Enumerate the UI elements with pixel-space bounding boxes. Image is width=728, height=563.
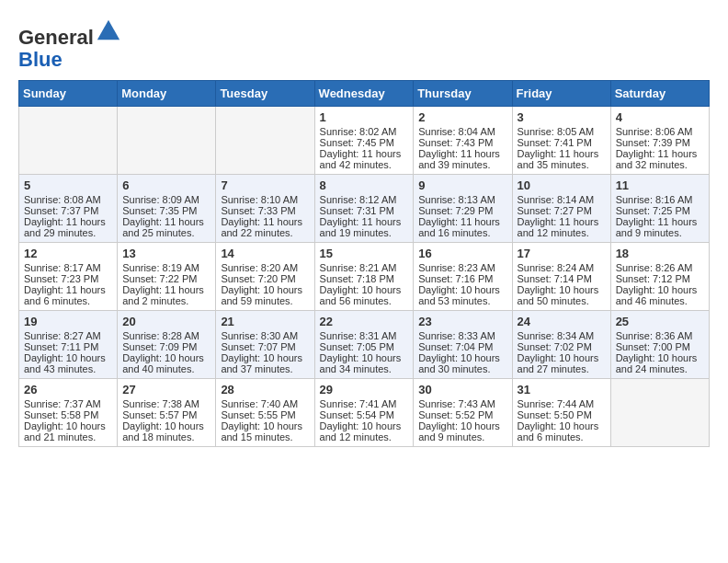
day-info: Sunrise: 8:04 AM — [418, 126, 506, 137]
day-info: Sunrise: 8:17 AM — [24, 262, 112, 273]
day-number: 29 — [320, 383, 409, 396]
day-info: Sunrise: 8:19 AM — [122, 262, 210, 273]
day-info: Daylight: 11 hours and 16 minutes. — [418, 216, 506, 238]
day-info: Daylight: 10 hours and 37 minutes. — [221, 352, 309, 374]
day-number: 8 — [320, 178, 409, 192]
day-info: Sunrise: 7:40 AM — [221, 398, 309, 409]
day-info: Sunrise: 8:36 AM — [616, 330, 704, 341]
calendar-cell — [216, 107, 314, 175]
day-number: 17 — [518, 247, 606, 260]
day-info: Sunset: 7:16 PM — [418, 273, 506, 284]
calendar-week-5: 26Sunrise: 7:37 AMSunset: 5:58 PMDayligh… — [19, 379, 710, 447]
day-info: Sunrise: 8:26 AM — [616, 262, 704, 273]
day-info: Sunset: 7:27 PM — [518, 205, 606, 216]
day-info: Sunset: 7:12 PM — [616, 273, 704, 284]
calendar-body: 1Sunrise: 8:02 AMSunset: 7:45 PMDaylight… — [19, 107, 710, 447]
calendar-week-2: 5Sunrise: 8:08 AMSunset: 7:37 PMDaylight… — [19, 175, 710, 243]
day-info: Daylight: 10 hours and 9 minutes. — [418, 420, 506, 442]
calendar-cell: 26Sunrise: 7:37 AMSunset: 5:58 PMDayligh… — [19, 379, 118, 447]
calendar-cell: 15Sunrise: 8:21 AMSunset: 7:18 PMDayligh… — [314, 243, 414, 311]
day-info: Sunset: 7:11 PM — [24, 341, 112, 352]
day-info: Daylight: 11 hours and 32 minutes. — [616, 148, 704, 170]
day-info: Sunrise: 8:30 AM — [221, 330, 309, 341]
day-info: Sunset: 5:50 PM — [518, 409, 606, 420]
day-info: Sunrise: 8:31 AM — [320, 330, 409, 341]
day-info: Daylight: 10 hours and 15 minutes. — [221, 420, 309, 442]
day-info: Sunset: 7:31 PM — [320, 205, 409, 216]
day-info: Daylight: 10 hours and 59 minutes. — [221, 284, 309, 306]
weekday-header-row: SundayMondayTuesdayWednesdayThursdayFrid… — [19, 81, 710, 107]
day-info: Sunrise: 7:43 AM — [418, 398, 506, 409]
day-info: Sunset: 7:25 PM — [616, 205, 704, 216]
day-number: 19 — [24, 315, 112, 328]
calendar-cell: 3Sunrise: 8:05 AMSunset: 7:41 PMDaylight… — [512, 107, 610, 175]
calendar-cell: 30Sunrise: 7:43 AMSunset: 5:52 PMDayligh… — [414, 379, 512, 447]
day-info: Sunset: 7:39 PM — [616, 137, 704, 148]
weekday-friday: Friday — [512, 81, 610, 107]
day-info: Sunrise: 8:20 AM — [221, 262, 309, 273]
day-info: Daylight: 10 hours and 24 minutes. — [616, 352, 704, 374]
calendar-cell: 29Sunrise: 7:41 AMSunset: 5:54 PMDayligh… — [314, 379, 414, 447]
day-info: Sunrise: 7:41 AM — [320, 398, 409, 409]
day-info: Sunset: 7:37 PM — [24, 205, 112, 216]
day-info: Sunset: 7:02 PM — [518, 341, 606, 352]
weekday-wednesday: Wednesday — [314, 81, 414, 107]
day-info: Sunset: 5:52 PM — [418, 409, 506, 420]
weekday-saturday: Saturday — [610, 81, 709, 107]
calendar-cell: 24Sunrise: 8:34 AMSunset: 7:02 PMDayligh… — [512, 311, 610, 379]
day-info: Daylight: 10 hours and 21 minutes. — [24, 420, 112, 442]
day-number: 1 — [320, 110, 409, 124]
calendar-week-1: 1Sunrise: 8:02 AMSunset: 7:45 PMDaylight… — [19, 107, 710, 175]
weekday-thursday: Thursday — [414, 81, 512, 107]
day-number: 11 — [616, 178, 704, 192]
day-info: Sunrise: 8:27 AM — [24, 330, 112, 341]
day-info: Sunset: 7:45 PM — [320, 137, 409, 148]
day-number: 15 — [320, 247, 409, 260]
calendar-cell: 7Sunrise: 8:10 AMSunset: 7:33 PMDaylight… — [216, 175, 314, 243]
day-info: Daylight: 11 hours and 6 minutes. — [24, 284, 112, 306]
day-info: Daylight: 10 hours and 6 minutes. — [518, 420, 606, 442]
day-info: Sunrise: 8:23 AM — [418, 262, 506, 273]
calendar-cell: 17Sunrise: 8:24 AMSunset: 7:14 PMDayligh… — [512, 243, 610, 311]
calendar-cell: 25Sunrise: 8:36 AMSunset: 7:00 PMDayligh… — [610, 311, 709, 379]
day-number: 22 — [320, 315, 409, 328]
day-number: 27 — [122, 383, 210, 396]
day-info: Sunrise: 8:34 AM — [518, 330, 606, 341]
day-info: Daylight: 10 hours and 53 minutes. — [418, 284, 506, 306]
day-number: 26 — [24, 383, 112, 396]
day-number: 6 — [122, 178, 210, 192]
calendar-cell: 31Sunrise: 7:44 AMSunset: 5:50 PMDayligh… — [512, 379, 610, 447]
day-info: Sunrise: 8:09 AM — [122, 194, 210, 205]
day-number: 23 — [418, 315, 506, 328]
day-info: Sunset: 5:54 PM — [320, 409, 409, 420]
day-info: Sunrise: 7:44 AM — [518, 398, 606, 409]
day-number: 25 — [616, 315, 704, 328]
day-info: Sunrise: 8:24 AM — [518, 262, 606, 273]
calendar-cell: 16Sunrise: 8:23 AMSunset: 7:16 PMDayligh… — [414, 243, 512, 311]
weekday-monday: Monday — [118, 81, 216, 107]
day-info: Sunrise: 8:05 AM — [518, 126, 606, 137]
day-info: Sunset: 7:14 PM — [518, 273, 606, 284]
day-info: Daylight: 11 hours and 39 minutes. — [418, 148, 506, 170]
day-info: Sunrise: 8:08 AM — [24, 194, 112, 205]
day-info: Sunrise: 8:21 AM — [320, 262, 409, 273]
calendar-cell: 20Sunrise: 8:28 AMSunset: 7:09 PMDayligh… — [118, 311, 216, 379]
day-info: Daylight: 11 hours and 42 minutes. — [320, 148, 409, 170]
day-info: Sunrise: 8:16 AM — [616, 194, 704, 205]
logo: General Blue — [18, 18, 121, 71]
day-info: Sunset: 7:18 PM — [320, 273, 409, 284]
day-info: Daylight: 10 hours and 18 minutes. — [122, 420, 210, 442]
day-info: Sunset: 7:35 PM — [122, 205, 210, 216]
calendar-cell: 19Sunrise: 8:27 AMSunset: 7:11 PMDayligh… — [19, 311, 118, 379]
svg-marker-0 — [97, 20, 119, 40]
day-number: 4 — [616, 110, 704, 124]
day-info: Sunset: 7:20 PM — [221, 273, 309, 284]
day-info: Daylight: 11 hours and 9 minutes. — [616, 216, 704, 238]
day-info: Sunset: 7:33 PM — [221, 205, 309, 216]
calendar-cell: 28Sunrise: 7:40 AMSunset: 5:55 PMDayligh… — [216, 379, 314, 447]
day-info: Daylight: 10 hours and 46 minutes. — [616, 284, 704, 306]
logo-general: General — [18, 26, 94, 49]
day-info: Sunrise: 8:28 AM — [122, 330, 210, 341]
calendar-cell: 12Sunrise: 8:17 AMSunset: 7:23 PMDayligh… — [19, 243, 118, 311]
day-number: 21 — [221, 315, 309, 328]
